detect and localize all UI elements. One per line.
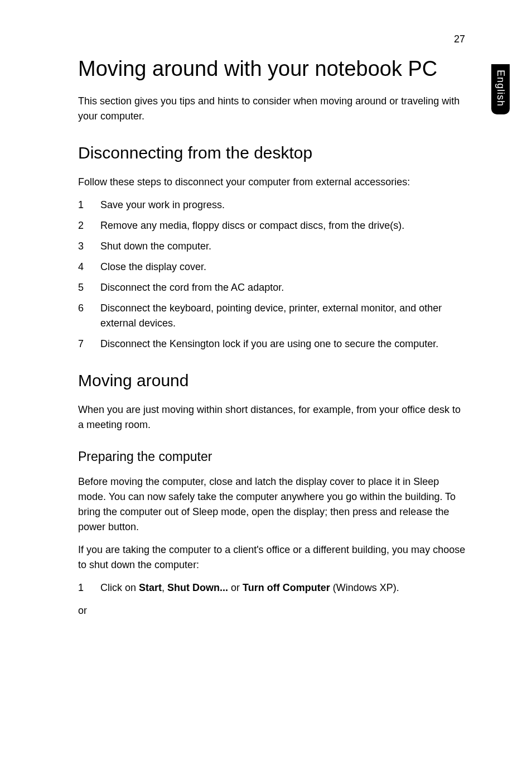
list-item: Close the display cover. xyxy=(78,260,468,275)
or-text: or xyxy=(78,603,468,618)
list-item: Shut down the computer. xyxy=(78,239,468,254)
main-heading: Moving around with your notebook PC xyxy=(78,56,468,83)
list-item: Disconnect the keyboard, pointing device… xyxy=(78,301,468,331)
page-content: Moving around with your notebook PC This… xyxy=(78,56,468,618)
page-number: 27 xyxy=(454,33,465,45)
preparing-para2: If you are taking the computer to a clie… xyxy=(78,542,468,573)
shutdown-steps-list: Click on Start, Shut Down... or Turn off… xyxy=(78,580,468,595)
step-text: or xyxy=(228,582,243,593)
list-item: Click on Start, Shut Down... or Turn off… xyxy=(78,580,468,595)
step-text: Click on xyxy=(100,582,139,593)
intro-paragraph: This section gives you tips and hints to… xyxy=(78,94,468,124)
section2-intro: When you are just moving within short di… xyxy=(78,402,468,433)
step-text: (Windows XP). xyxy=(330,582,399,593)
section-heading-disconnecting: Disconnecting from the desktop xyxy=(78,143,468,162)
bold-shutdown: Shut Down... xyxy=(167,582,228,593)
step-text: , xyxy=(162,582,167,593)
section-heading-moving: Moving around xyxy=(78,371,468,390)
language-tab: English xyxy=(491,64,510,114)
list-item: Disconnect the Kensington lock if you ar… xyxy=(78,337,468,352)
section1-intro: Follow these steps to disconnect your co… xyxy=(78,175,468,190)
list-item: Remove any media, floppy discs or compac… xyxy=(78,218,468,233)
disconnect-steps-list: Save your work in progress. Remove any m… xyxy=(78,198,468,352)
list-item: Save your work in progress. xyxy=(78,198,468,213)
list-item: Disconnect the cord from the AC adaptor. xyxy=(78,280,468,295)
subheading-preparing: Preparing the computer xyxy=(78,449,468,464)
bold-turnoff: Turn off Computer xyxy=(243,582,330,593)
bold-start: Start xyxy=(139,582,162,593)
preparing-para1: Before moving the computer, close and la… xyxy=(78,474,468,535)
